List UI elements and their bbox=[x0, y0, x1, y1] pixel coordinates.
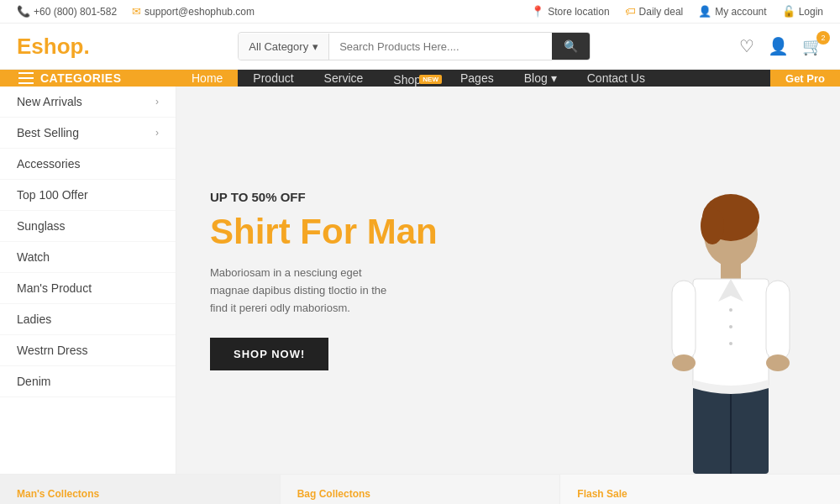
get-pro-button[interactable]: Get Pro bbox=[770, 70, 840, 87]
nav-links: Home Product Service NEW Shop ▾ Pages Bl… bbox=[176, 70, 840, 87]
main-content: New Arrivals › Best Selling › Accessorie… bbox=[0, 87, 840, 474]
location-icon: 📍 bbox=[531, 5, 544, 18]
card3-category: Flash Sale bbox=[577, 488, 823, 500]
nav-shop-label: Shop bbox=[393, 73, 421, 87]
nav-product[interactable]: Product bbox=[238, 70, 308, 87]
sidebar-label-accessories: Accessories bbox=[17, 157, 80, 171]
hamburger-icon bbox=[18, 72, 34, 84]
hero-description: Maboriosam in a nesciung eget magnae dap… bbox=[210, 265, 395, 317]
email-address: support@eshophub.com bbox=[144, 6, 255, 18]
bottom-cards: Man's Collectons Summer TravelCollection… bbox=[0, 474, 840, 504]
sidebar-label-westrn-dress: Westrn Dress bbox=[17, 344, 88, 357]
bottom-card-3[interactable]: Flash Sale Mid SeasonUp To 40% Off 👗 bbox=[560, 475, 840, 504]
sidebar-item-mans-product[interactable]: Man's Product bbox=[0, 273, 176, 304]
my-account-label: My account bbox=[715, 6, 766, 18]
logo-text: Eshop bbox=[17, 34, 83, 59]
categories-button[interactable]: CATEGORIES bbox=[0, 70, 176, 87]
heart-icon: ♡ bbox=[739, 37, 754, 55]
sidebar-item-top100[interactable]: Top 100 Offer bbox=[0, 180, 176, 211]
header: Eshop. All Category ▾ 🔍 ♡ 👤 🛒 2 bbox=[0, 24, 840, 70]
logo[interactable]: Eshop. bbox=[17, 34, 90, 60]
sidebar-item-watch[interactable]: Watch bbox=[0, 242, 176, 273]
svg-point-15 bbox=[729, 342, 732, 345]
chevron-right-icon: › bbox=[155, 127, 159, 139]
blog-dropdown-icon: ▾ bbox=[551, 71, 557, 85]
nav-home[interactable]: Home bbox=[176, 70, 238, 87]
nav-blog[interactable]: Blog ▾ bbox=[509, 70, 572, 87]
sidebar-item-best-selling[interactable]: Best Selling › bbox=[0, 118, 176, 149]
nav-service-label: Service bbox=[324, 71, 364, 85]
svg-point-12 bbox=[766, 354, 790, 371]
sidebar-label-sunglass: Sunglass bbox=[17, 219, 66, 233]
sidebar-label-ladies: Ladies bbox=[17, 312, 51, 326]
top-bar-right: 📍 Store location 🏷 Daily deal 👤 My accou… bbox=[531, 5, 823, 18]
user-button[interactable]: 👤 bbox=[768, 36, 789, 56]
my-account-item[interactable]: 👤 My account bbox=[698, 5, 766, 18]
login-item[interactable]: 🔓 Login bbox=[782, 5, 823, 18]
daily-deal-item[interactable]: 🏷 Daily deal bbox=[625, 5, 684, 18]
hero-text: UP TO 50% OFF Shirt For Man Maboriosam i… bbox=[176, 156, 471, 404]
nav-shop[interactable]: NEW Shop ▾ bbox=[378, 70, 445, 87]
wishlist-button[interactable]: ♡ bbox=[739, 36, 754, 56]
svg-point-13 bbox=[729, 308, 732, 312]
sidebar-item-accessories[interactable]: Accessories bbox=[0, 149, 176, 180]
category-label: All Category bbox=[249, 40, 308, 53]
hero-title: Shirt For Man bbox=[210, 213, 438, 251]
chevron-right-icon: › bbox=[155, 96, 159, 108]
dropdown-arrow-icon: ▾ bbox=[312, 40, 318, 53]
sidebar-label-watch: Watch bbox=[17, 250, 50, 264]
search-bar: All Category ▾ 🔍 bbox=[238, 32, 591, 60]
svg-point-14 bbox=[729, 325, 732, 328]
phone-item[interactable]: 📞 +60 (800) 801-582 bbox=[17, 5, 117, 18]
sidebar-item-sunglass[interactable]: Sunglass bbox=[0, 211, 176, 242]
sidebar-item-ladies[interactable]: Ladies bbox=[0, 304, 176, 335]
search-input[interactable] bbox=[329, 34, 552, 60]
phone-icon: 📞 bbox=[17, 5, 30, 18]
get-pro-label: Get Pro bbox=[785, 72, 825, 85]
login-label: Login bbox=[799, 6, 823, 18]
store-location-item[interactable]: 📍 Store location bbox=[531, 5, 609, 18]
email-icon: ✉ bbox=[132, 5, 141, 18]
nav-pages-label: Pages bbox=[460, 71, 494, 85]
nav-service[interactable]: Service bbox=[309, 70, 379, 87]
nav-pages[interactable]: Pages bbox=[445, 70, 509, 87]
login-icon: 🔓 bbox=[782, 5, 795, 18]
nav-contact-label: Contact Us bbox=[587, 71, 645, 85]
email-item[interactable]: ✉ support@eshophub.com bbox=[132, 5, 255, 18]
category-dropdown[interactable]: All Category ▾ bbox=[239, 34, 329, 60]
sidebar-label-mans-product: Man's Product bbox=[17, 281, 92, 295]
person-svg bbox=[622, 188, 806, 474]
shop-now-button[interactable]: SHOP NOW! bbox=[210, 338, 328, 370]
bottom-card-2[interactable]: Bag Collectons Awesome Bag2020 👝 bbox=[281, 475, 561, 504]
cart-button[interactable]: 🛒 2 bbox=[802, 36, 823, 56]
sidebar-label-new-arrivals: New Arrivals bbox=[17, 95, 82, 108]
card2-category: Bag Collectons bbox=[297, 488, 543, 500]
svg-point-2 bbox=[701, 207, 724, 244]
nav-bar: CATEGORIES Home Product Service NEW Shop… bbox=[0, 70, 840, 87]
card1-category: Man's Collectons bbox=[17, 488, 263, 500]
svg-rect-8 bbox=[766, 281, 790, 360]
user-icon: 👤 bbox=[768, 37, 789, 55]
svg-rect-3 bbox=[721, 262, 741, 279]
hero-image bbox=[622, 87, 806, 474]
account-icon: 👤 bbox=[698, 5, 711, 18]
categories-label: CATEGORIES bbox=[40, 71, 122, 85]
sidebar-item-westrn-dress[interactable]: Westrn Dress bbox=[0, 335, 176, 366]
sidebar-label-top100: Top 100 Offer bbox=[17, 188, 88, 202]
logo-dot: . bbox=[83, 34, 89, 59]
phone-number: +60 (800) 801-582 bbox=[34, 6, 117, 18]
nav-product-label: Product bbox=[253, 71, 293, 85]
top-bar: 📞 +60 (800) 801-582 ✉ support@eshophub.c… bbox=[0, 0, 840, 24]
search-icon: 🔍 bbox=[564, 39, 578, 53]
svg-point-11 bbox=[672, 354, 696, 371]
nav-contact[interactable]: Contact Us bbox=[572, 70, 660, 87]
nav-blog-label: Blog bbox=[524, 71, 548, 85]
store-location-label: Store location bbox=[548, 6, 609, 18]
sidebar-label-denim: Denim bbox=[17, 375, 50, 388]
top-bar-left: 📞 +60 (800) 801-582 ✉ support@eshophub.c… bbox=[17, 5, 255, 18]
deal-icon: 🏷 bbox=[625, 5, 636, 18]
sidebar-item-new-arrivals[interactable]: New Arrivals › bbox=[0, 87, 176, 118]
bottom-card-1[interactable]: Man's Collectons Summer TravelCollection… bbox=[0, 475, 281, 504]
search-button[interactable]: 🔍 bbox=[552, 33, 590, 60]
sidebar-item-denim[interactable]: Denim bbox=[0, 366, 176, 397]
